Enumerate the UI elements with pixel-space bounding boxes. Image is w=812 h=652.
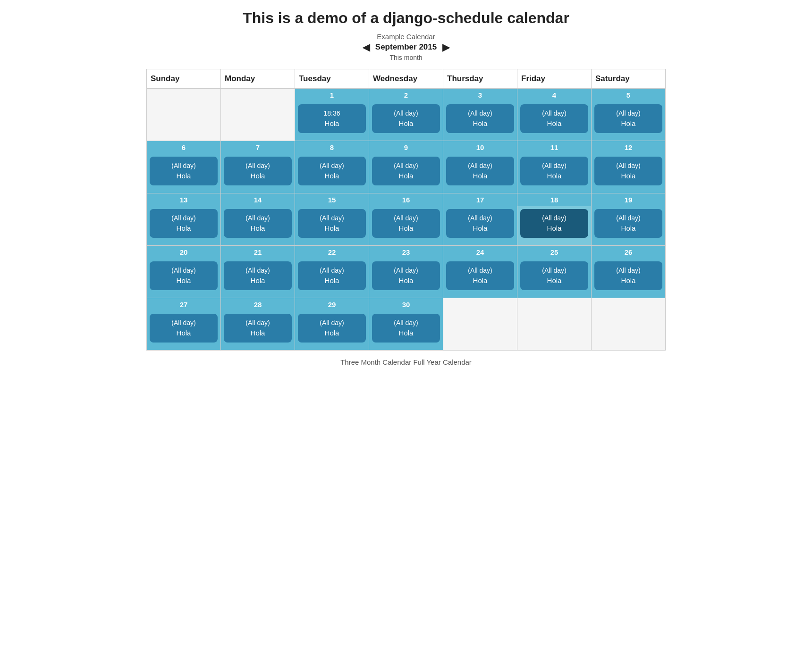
calendar-cell bbox=[517, 298, 592, 351]
event-block[interactable]: (All day)Hola bbox=[224, 209, 292, 238]
event-time: (All day) bbox=[449, 109, 511, 118]
event-name: Hola bbox=[152, 223, 215, 233]
event-block[interactable]: (All day)Hola bbox=[298, 261, 366, 290]
event-block[interactable]: (All day)Hola bbox=[224, 314, 292, 343]
calendar-cell[interactable]: 22(All day)Hola bbox=[295, 246, 369, 298]
event-name: Hola bbox=[449, 118, 511, 128]
calendar-cell[interactable]: 29(All day)Hola bbox=[295, 298, 369, 351]
day-number: 11 bbox=[517, 141, 591, 154]
month-year-label: September 2015 bbox=[375, 42, 437, 52]
day-number: 24 bbox=[443, 246, 517, 259]
event-block[interactable]: (All day)Hola bbox=[224, 157, 292, 185]
event-block[interactable]: (All day)Hola bbox=[372, 314, 440, 343]
calendar-cell[interactable]: 7(All day)Hola bbox=[221, 141, 295, 193]
event-name: Hola bbox=[301, 118, 363, 128]
event-name: Hola bbox=[227, 171, 289, 181]
calendar-cell[interactable]: 3(All day)Hola bbox=[443, 89, 517, 141]
calendar-cell[interactable]: 13(All day)Hola bbox=[147, 193, 221, 246]
event-time: (All day) bbox=[375, 318, 437, 328]
event-time: (All day) bbox=[375, 266, 437, 276]
event-block[interactable]: (All day)Hola bbox=[520, 261, 588, 290]
calendar-cell[interactable]: 30(All day)Hola bbox=[369, 298, 443, 351]
event-block[interactable]: (All day)Hola bbox=[446, 209, 514, 238]
event-block[interactable]: (All day)Hola bbox=[372, 209, 440, 238]
event-block[interactable]: (All day)Hola bbox=[520, 209, 588, 238]
calendar-cell[interactable]: 17(All day)Hola bbox=[443, 193, 517, 246]
next-month-button[interactable]: ▶ bbox=[442, 42, 449, 52]
calendar-cell[interactable]: 20(All day)Hola bbox=[147, 246, 221, 298]
event-block[interactable]: (All day)Hola bbox=[594, 261, 662, 290]
event-time: (All day) bbox=[301, 214, 363, 223]
prev-month-button[interactable]: ◀ bbox=[363, 42, 370, 52]
event-block[interactable]: (All day)Hola bbox=[372, 261, 440, 290]
event-block[interactable]: (All day)Hola bbox=[150, 209, 218, 238]
event-block[interactable]: (All day)Hola bbox=[594, 104, 662, 133]
event-name: Hola bbox=[152, 276, 215, 285]
event-name: Hola bbox=[523, 223, 585, 233]
calendar-cell[interactable]: 4(All day)Hola bbox=[517, 89, 592, 141]
event-block[interactable]: (All day)Hola bbox=[372, 157, 440, 185]
calendar-cell[interactable]: 21(All day)Hola bbox=[221, 246, 295, 298]
event-block[interactable]: (All day)Hola bbox=[372, 104, 440, 133]
calendar-cell[interactable]: 8(All day)Hola bbox=[295, 141, 369, 193]
calendar-cell[interactable]: 27(All day)Hola bbox=[147, 298, 221, 351]
day-number: 13 bbox=[147, 193, 220, 206]
event-name: Hola bbox=[523, 276, 585, 285]
event-name: Hola bbox=[301, 223, 363, 233]
event-block[interactable]: (All day)Hola bbox=[298, 314, 366, 343]
event-time: (All day) bbox=[227, 214, 289, 223]
event-block[interactable]: (All day)Hola bbox=[520, 157, 588, 185]
event-block[interactable]: (All day)Hola bbox=[446, 261, 514, 290]
event-block[interactable]: (All day)Hola bbox=[150, 261, 218, 290]
calendar-cell[interactable]: 19(All day)Hola bbox=[592, 193, 666, 246]
calendar-cell[interactable]: 118:36Hola bbox=[295, 89, 369, 141]
day-number: 15 bbox=[295, 193, 369, 206]
event-block[interactable]: (All day)Hola bbox=[594, 209, 662, 238]
event-time: (All day) bbox=[301, 161, 363, 171]
event-time: (All day) bbox=[449, 266, 511, 276]
three-month-link[interactable]: Three Month Calendar bbox=[340, 358, 411, 366]
calendar-cell[interactable]: 26(All day)Hola bbox=[592, 246, 666, 298]
calendar-cell[interactable]: 24(All day)Hola bbox=[443, 246, 517, 298]
header-sunday: Sunday bbox=[147, 69, 221, 89]
event-block[interactable]: (All day)Hola bbox=[594, 157, 662, 185]
day-number: 22 bbox=[295, 246, 369, 259]
event-block[interactable]: (All day)Hola bbox=[150, 314, 218, 343]
calendar-cell[interactable]: 23(All day)Hola bbox=[369, 246, 443, 298]
day-number: 4 bbox=[517, 89, 591, 101]
this-month-link[interactable]: This month bbox=[9, 54, 803, 61]
calendar-cell[interactable]: 10(All day)Hola bbox=[443, 141, 517, 193]
calendar-cell[interactable]: 15(All day)Hola bbox=[295, 193, 369, 246]
event-block[interactable]: (All day)Hola bbox=[150, 157, 218, 185]
calendar-cell[interactable]: 12(All day)Hola bbox=[592, 141, 666, 193]
calendar-cell[interactable]: 9(All day)Hola bbox=[369, 141, 443, 193]
calendar-cell[interactable]: 5(All day)Hola bbox=[592, 89, 666, 141]
day-number: 20 bbox=[147, 246, 220, 259]
event-name: Hola bbox=[597, 276, 660, 285]
event-name: Hola bbox=[301, 276, 363, 285]
calendar-cell[interactable]: 14(All day)Hola bbox=[221, 193, 295, 246]
event-block[interactable]: (All day)Hola bbox=[446, 104, 514, 133]
event-block[interactable]: (All day)Hola bbox=[520, 104, 588, 133]
day-number: 25 bbox=[517, 246, 591, 259]
calendar-cell[interactable]: 25(All day)Hola bbox=[517, 246, 592, 298]
calendar-cell[interactable]: 16(All day)Hola bbox=[369, 193, 443, 246]
calendar-cell[interactable]: 28(All day)Hola bbox=[221, 298, 295, 351]
event-block[interactable]: (All day)Hola bbox=[298, 209, 366, 238]
full-year-link[interactable]: Full Year Calendar bbox=[413, 358, 471, 366]
event-name: Hola bbox=[449, 171, 511, 181]
event-block[interactable]: 18:36Hola bbox=[298, 104, 366, 133]
day-number: 6 bbox=[147, 141, 220, 154]
event-time: (All day) bbox=[227, 318, 289, 328]
page-title: This is a demo of a django-schedule cale… bbox=[9, 9, 803, 27]
calendar-cell[interactable]: 18(All day)Hola bbox=[517, 193, 592, 246]
calendar-cell[interactable]: 11(All day)Hola bbox=[517, 141, 592, 193]
event-block[interactable]: (All day)Hola bbox=[446, 157, 514, 185]
calendar-cell[interactable]: 6(All day)Hola bbox=[147, 141, 221, 193]
event-name: Hola bbox=[597, 223, 660, 233]
event-name: Hola bbox=[227, 223, 289, 233]
event-name: Hola bbox=[375, 276, 437, 285]
event-block[interactable]: (All day)Hola bbox=[224, 261, 292, 290]
calendar-cell[interactable]: 2(All day)Hola bbox=[369, 89, 443, 141]
event-block[interactable]: (All day)Hola bbox=[298, 157, 366, 185]
